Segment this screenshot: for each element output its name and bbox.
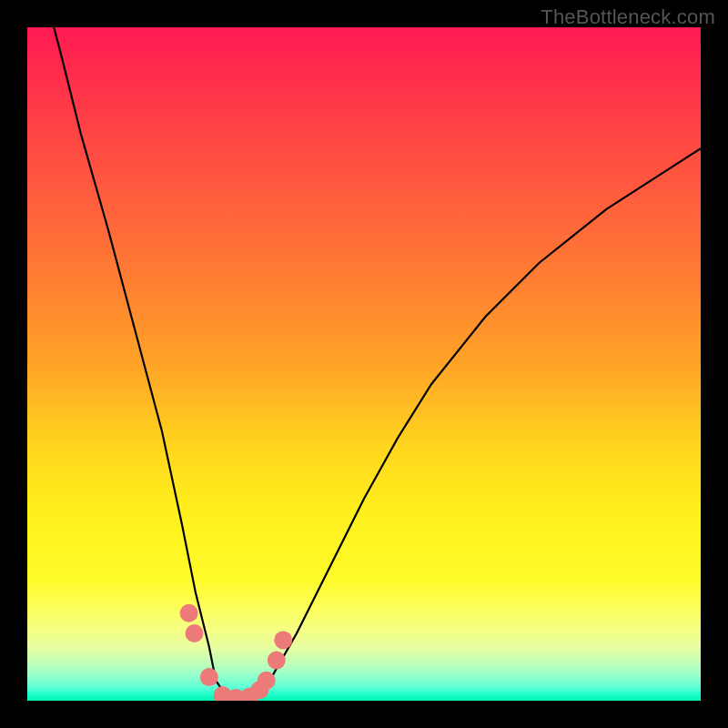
curve-marker — [200, 668, 218, 686]
marker-group — [180, 604, 293, 701]
curve-marker — [258, 672, 276, 690]
bottleneck-curve-path — [27, 27, 701, 701]
attribution-text: TheBottleneck.com — [541, 5, 715, 29]
curve-marker — [180, 604, 198, 622]
curve-marker — [274, 631, 292, 649]
plot-area — [27, 27, 701, 701]
curve-marker — [186, 624, 204, 642]
curve-marker — [268, 652, 286, 670]
outer-frame: TheBottleneck.com — [0, 0, 728, 728]
chart-svg — [27, 27, 701, 701]
